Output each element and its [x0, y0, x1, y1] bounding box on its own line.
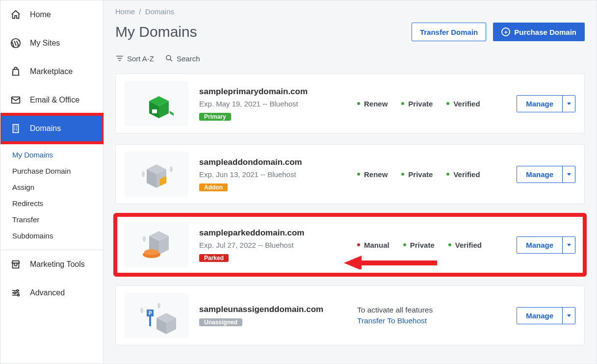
chevron-down-icon: [567, 103, 571, 105]
manage-button[interactable]: Manage: [517, 308, 562, 324]
subnav-redirects[interactable]: Redirects: [0, 195, 103, 211]
svg-rect-24: [359, 260, 437, 265]
purchase-domain-label: Purchase Domain: [514, 28, 576, 36]
subnav-my-domains[interactable]: My Domains: [0, 147, 103, 163]
breadcrumb: Home / Domains: [115, 5, 585, 23]
domain-name: sampleunassigenddomain.com: [199, 305, 346, 314]
activate-message: To activate all features Transfer To Blu…: [357, 306, 506, 325]
domain-thumbnail: [125, 81, 188, 126]
nav-label: Marketplace: [30, 67, 73, 76]
manage-button-group: Manage: [517, 307, 575, 324]
chevron-down-icon: [567, 244, 571, 246]
domain-thumbnail: P: [125, 293, 188, 338]
domain-info: sampleaddondomain.com Exp. Jun 13, 2021 …: [199, 157, 346, 191]
wordpress-icon: [10, 38, 21, 49]
sidebar: Home My Sites Marketplace Email & Office…: [0, 0, 104, 364]
svg-point-5: [18, 294, 20, 296]
svg-rect-30: [149, 316, 151, 326]
domain-type-badge: Unassigned: [199, 318, 242, 326]
domain-name: sampleparkeddomain.com: [199, 228, 346, 238]
manage-button-group: Manage: [517, 236, 575, 254]
subnav-subdomains[interactable]: Subdomains: [0, 228, 103, 244]
nav-home[interactable]: Home: [0, 0, 103, 29]
manage-button-group: Manage: [517, 95, 575, 112]
nav-label: Email & Office: [30, 96, 79, 104]
svg-point-17: [170, 166, 173, 172]
subnav-purchase-domain[interactable]: Purchase Domain: [0, 163, 103, 179]
toolbar: Sort A-Z Search: [115, 52, 585, 74]
sliders-icon: [10, 287, 21, 298]
domain-type-badge: Primary: [199, 113, 231, 121]
domain-name: sampleaddondomain.com: [199, 157, 346, 167]
manage-dropdown-button[interactable]: [562, 237, 575, 253]
building-icon: [10, 123, 21, 134]
subnav-assign[interactable]: Assign: [0, 179, 103, 195]
sort-label: Sort A-Z: [127, 54, 154, 63]
domain-info: sampleprimarydomain.com Exp. May 19, 202…: [199, 87, 346, 121]
search-button[interactable]: Search: [165, 54, 200, 63]
domain-type-badge: Parked: [199, 254, 229, 262]
status-private: Private: [403, 241, 435, 249]
nav-label: Home: [30, 10, 51, 19]
svg-point-6: [166, 55, 171, 60]
domain-thumbnail: [125, 152, 188, 197]
breadcrumb-current: Domains: [145, 7, 174, 16]
nav-label: Advanced: [30, 288, 65, 297]
transfer-domain-button[interactable]: Transfer Domain: [412, 23, 486, 41]
nav-label: Marketing Tools: [30, 260, 85, 269]
svg-point-22: [144, 249, 159, 255]
search-label: Search: [177, 54, 200, 63]
envelope-icon: [10, 95, 21, 105]
domain-name: sampleprimarydomain.com: [199, 87, 346, 97]
annotation-arrow-icon: [344, 256, 442, 269]
bag-icon: [10, 66, 21, 77]
manage-dropdown-button[interactable]: [562, 166, 575, 182]
svg-text:P: P: [149, 311, 152, 316]
main-content: Home / Domains My Domains Transfer Domai…: [104, 0, 597, 364]
domain-statuses: Renew Private Verified: [357, 100, 506, 108]
status-verified: Verified: [446, 100, 480, 108]
activate-text: To activate all features: [357, 306, 506, 314]
domain-card: sampleaddondomain.com Exp. Jun 13, 2021 …: [115, 144, 585, 204]
status-private: Private: [401, 170, 433, 179]
nav-domains[interactable]: Domains: [0, 114, 103, 143]
manage-dropdown-button[interactable]: [562, 308, 575, 324]
chevron-down-icon: [567, 173, 571, 176]
search-icon: [165, 54, 174, 63]
store-icon: [10, 259, 21, 270]
domain-card-highlighted: sampleparkeddomain.com Exp. Jul 27, 2022…: [115, 215, 585, 275]
status-verified: Verified: [448, 241, 482, 249]
domain-type-badge: Addon: [199, 183, 228, 191]
svg-point-23: [143, 236, 146, 242]
manage-button[interactable]: Manage: [517, 237, 562, 253]
domain-expiry: Exp. Jun 13, 2021 -- Bluehost: [199, 170, 346, 179]
domain-card: P sampleunassigenddomain.com Unassigned …: [115, 286, 585, 345]
manage-button[interactable]: Manage: [517, 166, 562, 182]
nav-marketplace[interactable]: Marketplace: [0, 57, 103, 86]
domain-expiry: Exp. May 19, 2021 -- Bluehost: [199, 100, 346, 108]
domain-statuses: Manual Private Verified: [357, 241, 506, 249]
nav-marketing-tools[interactable]: Marketing Tools: [0, 250, 103, 279]
breadcrumb-home[interactable]: Home: [115, 7, 135, 16]
purchase-domain-button[interactable]: + Purchase Domain: [493, 23, 585, 41]
domain-card: sampleprimarydomain.com Exp. May 19, 202…: [115, 74, 585, 133]
domain-thumbnail: [125, 222, 188, 267]
nav-advanced[interactable]: Advanced: [0, 279, 103, 307]
page-title: My Domains: [115, 24, 197, 40]
svg-rect-2: [13, 125, 19, 133]
subnav-transfer[interactable]: Transfer: [0, 211, 103, 228]
svg-marker-25: [344, 256, 362, 269]
transfer-to-bluehost-link[interactable]: Transfer To Bluehost: [357, 316, 427, 325]
chevron-down-icon: [567, 314, 571, 317]
sort-button[interactable]: Sort A-Z: [115, 54, 154, 63]
plus-circle-icon: +: [501, 27, 510, 36]
manage-button-group: Manage: [517, 166, 575, 183]
manage-button[interactable]: Manage: [517, 96, 562, 112]
manage-dropdown-button[interactable]: [562, 96, 575, 112]
nav-my-sites[interactable]: My Sites: [0, 29, 103, 57]
domain-info: sampleunassigenddomain.com Unassigned: [199, 305, 346, 326]
nav-label: Domains: [30, 124, 61, 133]
nav-email-office[interactable]: Email & Office: [0, 86, 103, 114]
svg-marker-11: [170, 111, 174, 116]
svg-point-16: [142, 171, 145, 177]
